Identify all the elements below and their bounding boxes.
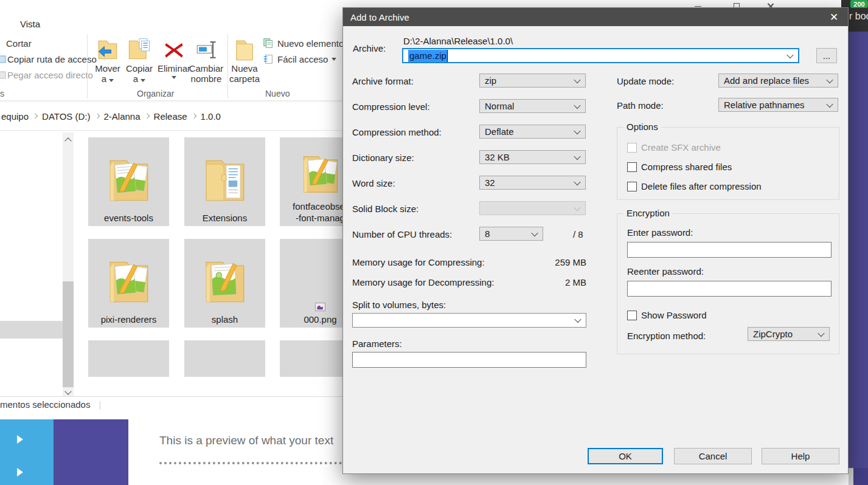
options-title: Options bbox=[623, 122, 661, 132]
minimize-icon bbox=[695, 6, 701, 7]
dictionary-size-select[interactable]: 32 KB bbox=[479, 150, 586, 164]
status-separator: | bbox=[99, 399, 101, 410]
folder-extensions-icon bbox=[196, 149, 254, 212]
reenter-password-input[interactable] bbox=[627, 281, 832, 297]
preview-dotted-line bbox=[159, 462, 342, 464]
background-text-fragment: r boo bbox=[849, 11, 868, 22]
show-password-checkbox[interactable]: Show Password bbox=[627, 310, 707, 320]
path-mode-select[interactable]: Relative pathnames bbox=[718, 98, 838, 112]
cpu-threads-select[interactable]: 8 bbox=[479, 227, 543, 241]
play-arrow-icon[interactable] bbox=[17, 468, 23, 476]
breadcrumb-separator-icon bbox=[94, 113, 99, 118]
ribbon-button-nuevo-elemento[interactable]: Nuevo elemento bbox=[263, 38, 352, 49]
encryption-groupbox: Encryption Enter password: Reenter passw… bbox=[617, 213, 839, 354]
compress-shared-checkbox[interactable]: Compress shared files bbox=[627, 162, 732, 172]
chevron-down-icon bbox=[818, 329, 824, 336]
reenter-password-label: Reenter password: bbox=[627, 266, 704, 277]
background-purple-panel bbox=[849, 32, 868, 485]
rename-icon bbox=[193, 36, 220, 63]
copy-path-icon bbox=[0, 55, 6, 63]
ribbon-button-mover-a[interactable]: Mover a bbox=[89, 36, 126, 84]
split-volumes-combobox[interactable] bbox=[352, 313, 586, 328]
ribbon-item-pegar-acceso[interactable]: Pegar acceso directo bbox=[7, 70, 93, 80]
ribbon-item-copiar-ruta[interactable]: Copiar ruta de acceso bbox=[7, 54, 97, 64]
nav-pane-selected-item[interactable] bbox=[0, 321, 63, 339]
archive-format-select[interactable]: zip bbox=[479, 74, 586, 88]
update-mode-select[interactable]: Add and replace files bbox=[718, 74, 838, 88]
breadcrumb-item-equipo[interactable]: equipo bbox=[1, 111, 29, 122]
file-tile-extensions[interactable]: Extensions bbox=[184, 137, 265, 226]
cancel-button[interactable]: Cancel bbox=[674, 448, 752, 464]
ribbon-button-nueva-carpeta[interactable]: Nueva carpeta bbox=[226, 36, 263, 84]
folder-documents-icon bbox=[291, 148, 350, 201]
chevron-down-icon bbox=[574, 178, 580, 185]
archive-name-combobox[interactable]: game.zip bbox=[402, 48, 799, 63]
chevron-down-icon bbox=[574, 127, 580, 134]
ribbon-button-cambiar-nombre[interactable]: Cambiar nombre bbox=[188, 36, 224, 84]
status-badge: 200 bbox=[850, 0, 868, 8]
copy-to-icon bbox=[126, 36, 153, 63]
delete-after-checkbox[interactable]: Delete files after compression bbox=[627, 181, 762, 191]
parameters-label: Parameters: bbox=[352, 339, 402, 349]
chevron-down-icon bbox=[531, 229, 538, 236]
cpu-threads-label: Number of CPU threads: bbox=[352, 229, 452, 239]
play-arrow-icon[interactable] bbox=[17, 435, 23, 444]
file-tile-events-tools[interactable]: events-tools bbox=[88, 137, 169, 226]
ok-button[interactable]: OK bbox=[588, 448, 663, 464]
encryption-title: Encryption bbox=[623, 208, 673, 218]
preview-purple-panel bbox=[54, 419, 128, 485]
parameters-input[interactable] bbox=[352, 352, 586, 368]
chevron-down-icon bbox=[826, 76, 833, 83]
image-file-icon bbox=[315, 303, 325, 311]
split-volumes-label: Split to volumes, bytes: bbox=[352, 300, 446, 310]
background-scrollbar-thumb[interactable] bbox=[849, 468, 853, 485]
chevron-down-icon bbox=[574, 76, 580, 83]
move-to-icon bbox=[94, 36, 121, 63]
browse-button[interactable]: ... bbox=[816, 48, 837, 63]
preview-text: This is a preview of what your text bbox=[159, 434, 333, 447]
file-tile-pixi-renderers[interactable]: pixi-renderers bbox=[88, 239, 169, 328]
preview-blue-panel bbox=[0, 419, 54, 485]
path-mode-label: Path mode: bbox=[617, 100, 664, 111]
file-tile-splash[interactable]: splash bbox=[184, 239, 265, 328]
create-sfx-checkbox: Create SFX archive bbox=[627, 142, 721, 153]
breadcrumb-item-100[interactable]: 1.0.0 bbox=[201, 111, 221, 122]
enter-password-label: Enter password: bbox=[627, 227, 693, 238]
solid-block-size-label: Solid Block size: bbox=[352, 204, 418, 214]
memory-decompress-value: 2 MB bbox=[479, 277, 586, 287]
file-tile-clipped[interactable] bbox=[88, 340, 169, 377]
ribbon-button-facil-acceso[interactable]: Fácil acceso bbox=[263, 53, 336, 64]
archive-name-value: game.zip bbox=[408, 50, 448, 62]
enter-password-input[interactable] bbox=[627, 242, 832, 258]
background-panel-corner bbox=[853, 468, 868, 485]
breadcrumb-item-release[interactable]: Release bbox=[154, 111, 187, 122]
ribbon-separator bbox=[87, 34, 88, 98]
help-button[interactable]: Help bbox=[762, 448, 839, 464]
word-size-select[interactable]: 32 bbox=[479, 176, 586, 190]
close-button[interactable]: ✕ bbox=[826, 10, 842, 24]
dropdown-arrow-icon bbox=[332, 58, 336, 61]
dialog-titlebar[interactable]: Add to Archive ✕ bbox=[343, 8, 848, 26]
file-list-scrollbar-thumb[interactable] bbox=[63, 281, 74, 387]
chevron-down-icon bbox=[574, 101, 580, 108]
selection-count-text: mentos seleccionados bbox=[0, 399, 90, 410]
checkbox-icon bbox=[627, 162, 637, 172]
breadcrumb-separator-icon bbox=[191, 113, 196, 118]
compression-level-select[interactable]: Normal bbox=[479, 99, 586, 113]
ribbon-button-copiar-a[interactable]: Copiar a bbox=[121, 36, 158, 84]
ribbon-item-cortar[interactable]: Cortar bbox=[6, 38, 32, 49]
group-label-clipboard-fragment: s bbox=[0, 89, 4, 98]
breadcrumb-item-datos[interactable]: DATOS (D:) bbox=[42, 111, 90, 122]
breadcrumb-item-2-alanna[interactable]: 2-Alanna bbox=[104, 111, 141, 122]
ribbon-button-eliminar[interactable]: Eliminar bbox=[156, 36, 192, 79]
tab-vista[interactable]: Vista bbox=[20, 19, 40, 29]
paste-shortcut-icon bbox=[0, 71, 6, 79]
new-folder-icon bbox=[232, 36, 257, 63]
file-tile-clipped[interactable] bbox=[184, 340, 265, 377]
compression-method-select[interactable]: Deflate bbox=[479, 125, 586, 139]
folder-documents-icon bbox=[100, 149, 158, 212]
options-groupbox: Options Create SFX archive Compress shar… bbox=[617, 127, 839, 200]
encryption-method-select[interactable]: ZipCrypto bbox=[748, 327, 830, 341]
breadcrumb-separator-icon bbox=[144, 113, 149, 118]
chevron-down-icon bbox=[574, 153, 580, 159]
